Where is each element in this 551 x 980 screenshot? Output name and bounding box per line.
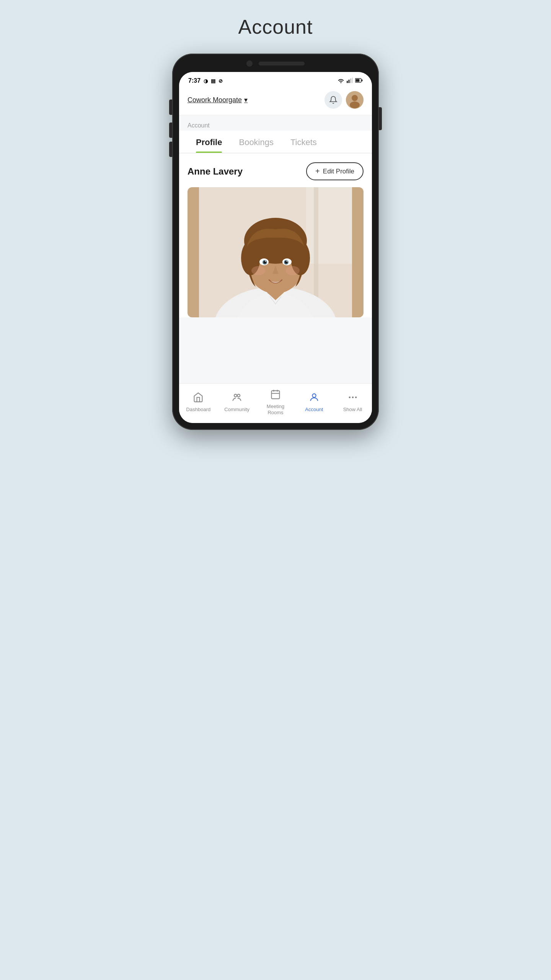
svg-rect-11 [306,187,352,264]
dots-icon [347,392,358,405]
camera-dot [246,60,253,67]
status-icon-dnd: ⊘ [218,78,223,84]
tabs-container: Profile Bookings Tickets [179,131,372,153]
status-bar: 7:37 ◑ ▤ ⊘ [179,72,372,87]
phone-top-bar [179,60,372,67]
wifi-icon [337,78,344,84]
nav-label-account: Account [305,407,323,413]
status-right [337,78,363,84]
community-icon [231,392,242,405]
nav-label-show-all: Show All [343,407,362,413]
phone-mockup: 7:37 ◑ ▤ ⊘ [172,54,379,430]
svg-rect-0 [347,81,348,83]
app-bar-actions [324,91,364,109]
phone-screen: 7:37 ◑ ▤ ⊘ [179,72,372,423]
svg-rect-31 [271,391,279,399]
tab-profile[interactable]: Profile [187,131,230,153]
svg-point-29 [234,394,237,397]
page-title: Account [238,15,313,38]
signal-icon [347,78,353,84]
workspace-label: Cowork Moorgate [187,96,242,104]
battery-icon [355,78,363,84]
svg-point-27 [251,266,265,275]
bottom-nav: Dashboard Community [179,383,372,423]
nav-item-dashboard[interactable]: Dashboard [179,392,218,413]
plus-icon: + [315,167,320,176]
status-left: 7:37 ◑ ▤ ⊘ [188,77,223,84]
svg-rect-2 [350,78,351,83]
profile-section: Anne Lavery + Edit Profile [179,154,372,317]
account-section-label: Account [179,115,372,131]
profile-header: Anne Lavery + Edit Profile [187,162,364,180]
svg-point-35 [312,394,316,397]
nav-label-meeting-rooms: MeetingRooms [267,403,284,415]
nav-item-show-all[interactable]: Show All [333,392,372,413]
workspace-selector[interactable]: Cowork Moorgate ▾ [187,96,248,104]
person-icon [309,392,320,405]
status-icon-storage: ▤ [211,78,215,84]
edit-profile-button[interactable]: + Edit Profile [306,162,364,180]
tab-bookings[interactable]: Bookings [230,131,282,153]
profile-image [187,187,364,317]
nav-label-community: Community [224,407,249,413]
nav-item-community[interactable]: Community [218,392,256,413]
app-bar: Cowork Moorgate ▾ [179,87,372,115]
svg-point-28 [286,266,300,275]
nav-label-dashboard: Dashboard [186,407,211,413]
svg-point-37 [352,396,354,398]
chevron-down-icon: ▾ [244,96,248,104]
svg-point-36 [349,396,350,398]
svg-point-22 [265,261,266,262]
edit-profile-label: Edit Profile [323,168,354,175]
profile-name: Anne Lavery [187,166,243,177]
speaker [259,62,305,65]
nav-item-meeting-rooms[interactable]: MeetingRooms [256,389,295,415]
home-icon [193,392,204,405]
tab-tickets[interactable]: Tickets [282,131,325,153]
notification-bell-button[interactable] [324,91,342,109]
user-avatar-button[interactable] [346,91,364,109]
status-icon-sync: ◑ [204,78,208,84]
svg-point-38 [355,396,357,398]
svg-point-30 [237,394,240,397]
svg-rect-5 [356,79,360,82]
svg-point-26 [287,261,288,262]
tabs-row: Profile Bookings Tickets [187,131,364,153]
svg-point-8 [352,95,358,101]
screen-content: Account Profile Bookings Tickets [179,115,372,383]
svg-rect-1 [349,80,350,83]
svg-point-9 [350,101,360,108]
calendar-icon [270,389,281,402]
svg-rect-6 [362,80,363,82]
nav-item-account[interactable]: Account [295,392,333,413]
status-time: 7:37 [188,77,201,84]
svg-rect-3 [352,78,353,83]
